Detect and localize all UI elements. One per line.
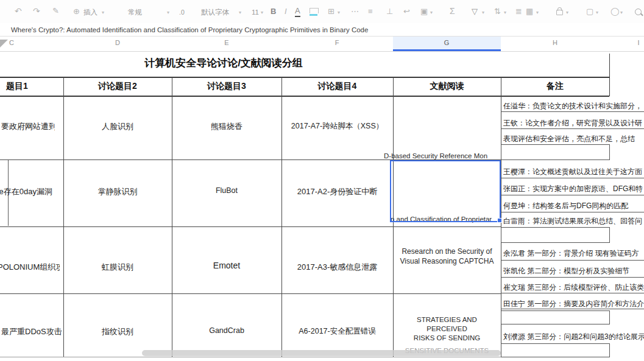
align-button[interactable]: ≡	[368, 7, 373, 16]
remark-empty-cell[interactable]	[501, 144, 610, 160]
cell-reading-line[interactable]: PERCEIVED	[393, 325, 501, 332]
column-header-c[interactable]: C	[2, 39, 21, 46]
cell-topic1[interactable]: 要政府网站遭到	[1, 121, 55, 132]
column-header-i[interactable]: I	[629, 39, 644, 46]
grid-line	[501, 212, 644, 212]
table-style-button[interactable]: ▦	[526, 7, 533, 16]
remark-cell[interactable]: 田佳宁 第一部分：摘要及内容简介和方法介	[503, 299, 644, 309]
grid-line	[501, 260, 644, 261]
header-reading[interactable]: 文献阅读	[393, 81, 501, 92]
remark-cell[interactable]: 张凯伦 第二部分：模型分析及实验细节	[503, 266, 629, 276]
header-topic4[interactable]: 讨论题目4	[281, 81, 393, 92]
formula-bar[interactable]: Where's Crypto?: Automated Identificatio…	[0, 23, 644, 36]
fill-color-button[interactable]	[310, 8, 319, 13]
remark-cell[interactable]: 何昱坤：结构签名后与DFG同构的匹配	[503, 201, 628, 211]
lock-cell-button[interactable]	[556, 10, 563, 15]
remark-cell[interactable]: 王钦：论文作者介绍，研究背景以及设计研	[503, 118, 642, 128]
cell-topic3[interactable]: 熊猫烧香	[172, 121, 281, 132]
toolbar: ↶ ↷ ✎ ⊕ 插入 ▾ 常规 ▾ .0 默认字体 ▾ 11 ▾ B I A ⊞…	[0, 0, 644, 23]
cell-reading-line[interactable]: RISKS OF SENDING	[393, 334, 501, 342]
column-header-g[interactable]: G	[437, 39, 456, 46]
cell-topic3[interactable]: Emotet	[172, 261, 281, 270]
header-topic1[interactable]: 题目1	[6, 81, 63, 92]
screenshot-button[interactable]: ◯	[610, 7, 620, 16]
cell-topic2[interactable]: 指纹识别	[63, 326, 172, 337]
cell-topic4[interactable]: 2017-A7-跨站脚本（XSS）	[281, 121, 393, 131]
cell-topic3[interactable]: GandCrab	[172, 326, 281, 335]
wrap-text-button[interactable]: ↩	[403, 7, 410, 16]
remark-empty-cell[interactable]	[501, 343, 610, 357]
remark-empty-cell[interactable]	[501, 227, 610, 243]
grid-line	[0, 77, 609, 78]
chevron-down-icon: ▾	[482, 10, 484, 15]
cell-reading-line[interactable]: Visual Reasoning CAPTCHA	[393, 257, 501, 265]
remark-cell[interactable]: 白雷雨：算法测试结果展示和总结、回答问	[503, 216, 642, 226]
window-freeze-button[interactable]: ▢	[586, 7, 593, 16]
grid-line	[501, 195, 644, 195]
decimal-places-button[interactable]: .0	[179, 9, 185, 16]
remark-cell[interactable]: 张国正：实现方案中的加密原语、DFG和特	[503, 184, 643, 194]
header-remarks[interactable]: 备注	[501, 81, 609, 92]
column-header-h[interactable]: H	[546, 39, 564, 46]
cell-topic1[interactable]: ce存在0day漏洞	[0, 186, 63, 197]
vertical-align-button[interactable]: ⊥	[386, 7, 393, 16]
header-topic2[interactable]: 讨论题目2	[63, 81, 172, 92]
font-select[interactable]: 默认字体	[201, 9, 229, 16]
sum-button[interactable]: Σ	[450, 7, 455, 15]
cell-topic1[interactable]: 最严重DDoS攻击	[1, 326, 63, 337]
cell-reading-line[interactable]: Research on the Security of	[393, 247, 501, 256]
column-header-f[interactable]: F	[328, 39, 346, 46]
column-header-e[interactable]: E	[218, 39, 236, 46]
grid-line	[501, 277, 644, 278]
undo-icon[interactable]: ↶	[15, 7, 22, 15]
grid-line	[281, 77, 282, 357]
font-size-select[interactable]: 11	[252, 9, 259, 16]
cell-reading-line[interactable]: STRATEGIES AND	[393, 316, 501, 323]
insert-plus-icon[interactable]: ⊕	[73, 7, 80, 16]
number-format-select[interactable]: 常规	[128, 9, 142, 16]
bold-button[interactable]: B	[271, 7, 276, 16]
redo-icon[interactable]: ↷	[33, 7, 40, 15]
remark-cell[interactable]: 任溢华：负责论文的技术设计和实施部分，	[503, 101, 642, 111]
more-tools-button[interactable]: ⋯	[351, 7, 359, 16]
grid-line	[0, 226, 501, 227]
underline-button[interactable]: A	[295, 7, 300, 17]
chevron-down-icon: ▾	[566, 10, 568, 15]
cell-topic2[interactable]: 虹膜识别	[63, 262, 172, 273]
remark-cell[interactable]: 刘濮源 第三部分：问题2和问题3的结论展示	[503, 332, 644, 342]
sort-button[interactable]: ⇅	[494, 7, 501, 16]
selection-fill-handle[interactable]	[497, 218, 502, 223]
sheet-title-cell[interactable]: 计算机安全导论讨论/文献阅读分组	[0, 56, 447, 70]
filter-button[interactable]: ▽	[472, 7, 478, 16]
remark-empty-cell[interactable]	[501, 310, 610, 324]
cell-topic4[interactable]: A6-2017-安全配置错误	[281, 326, 393, 337]
merge-cells-button[interactable]: ▣	[420, 7, 428, 16]
grid-line	[0, 293, 501, 294]
cell-reading-overflow[interactable]: D-based Security Reference Mon	[384, 152, 501, 159]
cell-style-icon[interactable]: ≣	[515, 7, 522, 16]
horizontal-scrollbar-thumb[interactable]	[142, 350, 501, 356]
chevron-down-icon: ▾	[504, 10, 506, 15]
cell-selection-border	[390, 160, 501, 222]
cell-topic3[interactable]: FluBot	[172, 186, 281, 195]
chevron-down-icon: ▾	[430, 10, 433, 15]
remark-cell[interactable]: 余泓君 第一部分：背景介绍 现有验证码方	[503, 248, 639, 259]
search-icon[interactable]	[635, 9, 642, 15]
format-painter-icon[interactable]: ✎	[52, 7, 59, 15]
grid-line	[172, 77, 172, 357]
column-header-d[interactable]: D	[108, 39, 127, 46]
remark-cell[interactable]: 崔文瑞 第三部分：后续模型评价、防止该类	[503, 282, 644, 293]
italic-button[interactable]: I	[285, 7, 287, 16]
divider	[0, 51, 644, 52]
remark-cell[interactable]: 王樱潭：论文概述贡献以及过往关于这方面	[503, 167, 642, 177]
remark-cell[interactable]: 表现评估和安全评估，亮点和不足，总结	[503, 134, 635, 144]
cell-topic4[interactable]: 2017-A3-敏感信息泄露	[281, 262, 393, 273]
header-topic3[interactable]: 讨论题目3	[172, 81, 281, 92]
cell-topic4[interactable]: 2017-A2-身份验证中断	[281, 186, 393, 197]
insert-button[interactable]: 插入	[83, 9, 97, 16]
cell-topic2[interactable]: 掌静脉识别	[63, 186, 172, 197]
chevron-down-icon: ▾	[338, 10, 340, 15]
cell-topic2[interactable]: 人脸识别	[63, 121, 172, 132]
cell-topic1[interactable]: POLONIUM组织攻	[0, 262, 60, 273]
borders-button[interactable]: ⊞	[328, 7, 334, 16]
